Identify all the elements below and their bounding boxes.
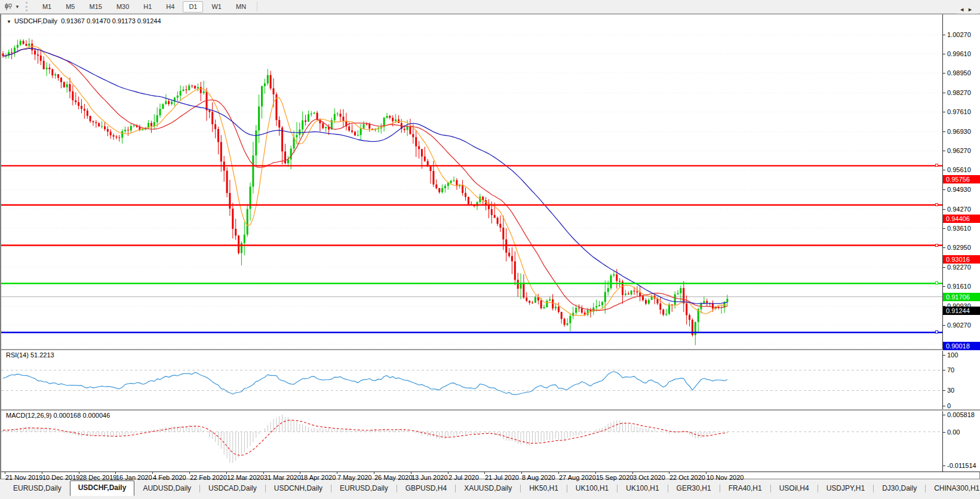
tab-usdjpy-h1[interactable]: USDJPY,H1 (818, 481, 873, 497)
tab-scroll-right-icon[interactable]: ► (967, 7, 976, 13)
level-line-handle[interactable] (935, 203, 938, 206)
axis-tick-mark (943, 189, 945, 190)
axis-tick-mark (943, 209, 945, 210)
level-line-handle[interactable] (935, 244, 938, 247)
axis-tick-mark (943, 355, 945, 356)
rsi-pane[interactable] (1, 351, 942, 409)
candlestick-glyph (4, 2, 13, 11)
axis-tick-mark (943, 390, 945, 391)
main-price-pane[interactable] (1, 15, 942, 349)
axis-tick-mark (943, 228, 945, 229)
axis-tick-mark (943, 415, 945, 415)
price-tick-label: 0.93610 (947, 225, 971, 232)
price-tick-label: 0.96270 (947, 147, 971, 154)
rsi-tick-label: 100 (947, 351, 958, 359)
date-tick-label: 28 Dec 2019 (79, 474, 116, 481)
tab-usdcnh-daily[interactable]: USDCNH,Daily (266, 481, 331, 497)
tab-uk100-h1[interactable]: UK100,H1 (567, 481, 617, 497)
date-tick-label: 21 Nov 2019 (5, 474, 42, 481)
chart-symbol-label: USDCHF,Daily (14, 17, 57, 25)
price-tick-label: 1.00270 (947, 31, 971, 38)
timeframe-button-d1[interactable]: D1 (183, 1, 203, 13)
tab-hk50-h1[interactable]: HK50,H1 (521, 481, 567, 497)
tab-audusd-daily[interactable]: AUDUSD,Daily (134, 481, 199, 497)
axis-tick-mark (943, 247, 945, 248)
tab-eurusd-daily[interactable]: EURUSD,Daily (5, 481, 70, 497)
tab-fra40-h1[interactable]: FRA40,H1 (720, 481, 770, 497)
pane-divider-macd[interactable] (1, 409, 980, 411)
date-tick-label: 21 Jul 2020 (485, 474, 519, 481)
date-tick-label: 13 Jun 2020 (411, 474, 448, 481)
price-tick-label: 0.94270 (947, 206, 971, 213)
timeframe-button-h1[interactable]: H1 (137, 1, 158, 13)
price-tick-label: 0.94930 (947, 186, 971, 193)
timeframe-buttons: M1M5M15M30H1H4D1W1MN (35, 1, 253, 13)
tab-usdcad-daily[interactable]: USDCAD,Daily (200, 481, 265, 497)
timeframe-button-h4[interactable]: H4 (160, 1, 180, 13)
price-tick-label: 0.95610 (947, 166, 971, 173)
tab-scroll-left-icon[interactable]: ◄ (959, 7, 967, 13)
level-price-label: 0.95756 (943, 175, 980, 183)
axis-tick-mark (943, 112, 945, 112)
axis-tick-mark (943, 131, 945, 132)
macd-tick-label: 0.005818 (947, 411, 975, 418)
date-tick-label: 22 Oct 2020 (669, 474, 705, 481)
chart-window[interactable]: ▼USDCHF,Daily 0.91367 0.91470 0.91173 0.… (0, 14, 980, 479)
date-tick-label: 7 May 2020 (337, 474, 371, 481)
level-price-label: 0.90018 (943, 342, 980, 350)
tab-usoil-h4[interactable]: USOil,H4 (771, 481, 818, 497)
level-line-handle[interactable] (935, 281, 938, 284)
date-tick-label: 16 Jan 2020 (116, 474, 152, 481)
level-price-label: 0.94406 (943, 215, 980, 223)
tab-uk100-h1[interactable]: UK100,H1 (618, 481, 667, 497)
price-tick-label: 0.98270 (947, 89, 971, 96)
rsi-tick-label: 70 (947, 366, 954, 374)
axis-tick-mark (943, 325, 945, 326)
timeframe-button-m1[interactable]: M1 (36, 1, 57, 13)
tab-ger30-h1[interactable]: GER30,H1 (668, 481, 720, 497)
tab-xauusd-daily[interactable]: XAUUSD,Daily (456, 481, 520, 497)
chart-type-icon[interactable] (2, 2, 14, 11)
axis-tick-mark (943, 151, 945, 151)
date-tick-label: 27 Aug 2020 (559, 474, 596, 481)
level-price-label: 0.91706 (943, 293, 980, 301)
axis-tick-mark (943, 370, 945, 371)
date-tick-label: 31 Mar 2020 (264, 474, 301, 481)
price-axis[interactable]: 1.002700.996100.989500.982700.976100.969… (942, 14, 980, 472)
timeframe-button-mn[interactable]: MN (230, 1, 252, 13)
timeframe-button-m5[interactable]: M5 (60, 1, 81, 13)
date-tick-label: 8 Aug 2020 (522, 474, 555, 481)
toolbar-grip[interactable] (26, 2, 30, 11)
tab-china300-h1[interactable]: CHINA300,H1 (926, 481, 980, 497)
macd-pane[interactable] (1, 411, 942, 472)
collapse-icon[interactable]: ▼ (7, 19, 11, 25)
axis-tick-mark (943, 54, 945, 54)
axis-tick-mark (943, 170, 945, 170)
date-tick-label: 4 Feb 2020 (153, 474, 186, 481)
axis-tick-mark (943, 432, 945, 433)
timeframe-toolbar: ▼ M1M5M15M30H1H4D1W1MN (0, 0, 980, 14)
chevron-down-icon[interactable]: ▼ (15, 4, 20, 10)
date-tick-label: 26 May 2020 (374, 474, 413, 481)
chart-tab-bar: EURUSD,DailyUSDCHF,DailyAUDUSD,DailyUSDC… (0, 480, 980, 499)
current-price-label: 0.91244 (943, 307, 980, 315)
date-tick-label: 2 Jul 2020 (448, 474, 479, 481)
axis-tick-mark (943, 267, 945, 268)
price-tick-label: 0.90270 (947, 322, 971, 329)
level-line-handle[interactable] (935, 330, 938, 333)
tab-dj30-daily[interactable]: DJ30,Daily (874, 481, 925, 497)
tab-eurusd-daily[interactable]: EURUSD,Daily (331, 481, 397, 497)
date-tick-label: 18 Apr 2020 (300, 474, 336, 481)
timeframe-button-m15[interactable]: M15 (83, 1, 107, 13)
date-tick-label: 10 Nov 2020 (706, 474, 744, 481)
tab-usdchf-daily[interactable]: USDCHF,Daily (70, 480, 135, 496)
level-line-handle[interactable] (935, 164, 938, 167)
axis-tick-mark (943, 73, 945, 74)
timeframe-button-w1[interactable]: W1 (205, 1, 228, 13)
pane-divider-rsi[interactable] (1, 349, 980, 351)
tab-scroll-arrows: ◄► (957, 5, 978, 14)
level-price-label: 0.93016 (943, 255, 980, 264)
timeframe-button-m30[interactable]: M30 (110, 1, 135, 13)
tab-gbpusd-h4[interactable]: GBPUSD,H4 (397, 481, 455, 497)
chart-ohlc-values: 0.91367 0.91470 0.91173 0.91244 (61, 17, 161, 25)
